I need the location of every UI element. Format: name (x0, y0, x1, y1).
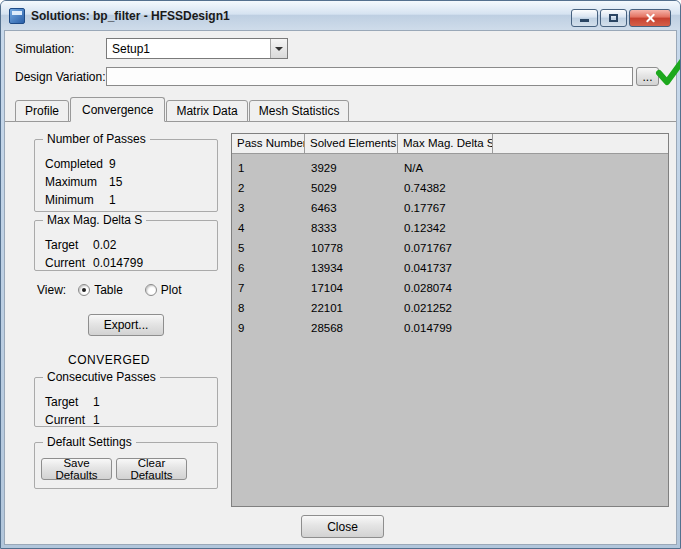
view-label: View: (37, 283, 66, 297)
table-row: 4 8333 0.12342 (232, 218, 668, 238)
cell-solved-elements: 22101 (305, 302, 398, 314)
stat-label: Maximum (45, 175, 109, 189)
cell-pass-number: 7 (232, 282, 305, 294)
column-header-pass-number[interactable]: Pass Number (232, 134, 305, 153)
group-title: Number of Passes (43, 132, 150, 146)
table-body: 1 3929 N/A 2 5029 0.74382 3 6463 0.17767… (232, 154, 668, 338)
cell-pass-number: 2 (232, 182, 305, 194)
combobox-dropdown-button[interactable] (270, 39, 287, 58)
simulation-value: Setup1 (107, 42, 270, 56)
table-header: Pass Number Solved Elements Max Mag. Del… (232, 134, 668, 154)
stat-value: 0.02 (93, 238, 116, 252)
table-row: 6 13934 0.041737 (232, 258, 668, 278)
maximize-icon (609, 14, 618, 22)
radio-plot[interactable] (145, 284, 157, 296)
minimize-icon (580, 19, 589, 22)
view-selector: View: Table Plot (37, 283, 204, 297)
cell-pass-number: 1 (232, 162, 305, 174)
group-title: Default Settings (43, 435, 136, 449)
design-variation-label: Design Variation: (15, 70, 106, 84)
stat-value: 0.014799 (93, 256, 143, 270)
cell-solved-elements: 17104 (305, 282, 398, 294)
tab-convergence[interactable]: Convergence (70, 97, 165, 122)
close-window-button[interactable] (629, 9, 671, 27)
radio-plot-label[interactable]: Plot (161, 283, 182, 297)
cell-pass-number: 3 (232, 202, 305, 214)
cell-max-mag-delta-s: 0.021252 (398, 302, 493, 314)
column-header-max-mag-delta-s[interactable]: Max Mag. Delta S (398, 134, 493, 153)
stat-row: Target 0.02 (35, 236, 217, 254)
window-controls (571, 9, 671, 27)
consecutive-passes-group: Consecutive Passes Target 1 Current 1 (34, 377, 218, 427)
cell-max-mag-delta-s: 0.17767 (398, 202, 493, 214)
table-row: 2 5029 0.74382 (232, 178, 668, 198)
stat-value: 9 (109, 157, 116, 171)
app-icon[interactable] (9, 8, 25, 24)
convergence-status: CONVERGED (34, 353, 184, 367)
dialog-body: Simulation: Setup1 Design Variation: ...… (4, 30, 677, 545)
stat-label: Current (45, 413, 93, 427)
export-button[interactable]: Export... (88, 314, 164, 336)
tab-profile[interactable]: Profile (15, 100, 69, 122)
cell-solved-elements: 13934 (305, 262, 398, 274)
max-mag-delta-s-group: Max Mag. Delta S Target 0.02 Current 0.0… (34, 220, 218, 271)
cell-solved-elements: 10778 (305, 242, 398, 254)
simulation-combobox[interactable]: Setup1 (106, 38, 288, 59)
table-row: 5 10778 0.071767 (232, 238, 668, 258)
cell-pass-number: 9 (232, 322, 305, 334)
stat-row: Current 1 (35, 411, 217, 429)
stat-label: Current (45, 256, 93, 270)
solutions-window: Solutions: bp_filter - HFSSDesign1 Simul… (0, 0, 681, 549)
radio-table-label[interactable]: Table (94, 283, 123, 297)
group-title: Consecutive Passes (43, 370, 160, 384)
cell-solved-elements: 6463 (305, 202, 398, 214)
stat-row: Maximum 15 (35, 173, 217, 191)
tab-matrix-data[interactable]: Matrix Data (166, 100, 247, 122)
tab-mesh-statistics[interactable]: Mesh Statistics (249, 100, 350, 122)
simulation-label: Simulation: (15, 42, 74, 56)
stat-label: Minimum (45, 193, 109, 207)
table-row: 8 22101 0.021252 (232, 298, 668, 318)
stat-value: 1 (109, 193, 116, 207)
stat-row: Minimum 1 (35, 191, 217, 209)
cell-solved-elements: 8333 (305, 222, 398, 234)
stat-row: Current 0.014799 (35, 254, 217, 272)
close-button[interactable]: Close (301, 515, 384, 538)
group-title: Max Mag. Delta S (43, 213, 146, 227)
stat-value: 1 (93, 395, 100, 409)
cell-solved-elements: 28568 (305, 322, 398, 334)
table-row: 9 28568 0.014799 (232, 318, 668, 338)
maximize-button[interactable] (600, 9, 627, 27)
column-header-empty (493, 134, 668, 153)
convergence-table: Pass Number Solved Elements Max Mag. Del… (231, 133, 669, 507)
stat-value: 1 (93, 413, 100, 427)
radio-table[interactable] (78, 284, 90, 296)
stat-row: Target 1 (35, 393, 217, 411)
number-of-passes-group: Number of Passes Completed 9 Maximum 15 … (34, 139, 218, 212)
cell-pass-number: 8 (232, 302, 305, 314)
cell-max-mag-delta-s: 0.028074 (398, 282, 493, 294)
cell-max-mag-delta-s: 0.74382 (398, 182, 493, 194)
close-icon (645, 13, 656, 24)
chevron-down-icon (275, 47, 283, 51)
cell-pass-number: 6 (232, 262, 305, 274)
table-row: 7 17104 0.028074 (232, 278, 668, 298)
stat-value: 15 (109, 175, 122, 189)
cell-max-mag-delta-s: 0.014799 (398, 322, 493, 334)
table-row: 3 6463 0.17767 (232, 198, 668, 218)
cell-pass-number: 4 (232, 222, 305, 234)
cell-solved-elements: 5029 (305, 182, 398, 194)
design-variation-field[interactable] (106, 67, 633, 86)
stat-row: Completed 9 (35, 155, 217, 173)
titlebar[interactable]: Solutions: bp_filter - HFSSDesign1 (1, 1, 680, 30)
cell-max-mag-delta-s: 0.12342 (398, 222, 493, 234)
save-defaults-button[interactable]: Save Defaults (41, 458, 112, 480)
table-row: 1 3929 N/A (232, 158, 668, 178)
clear-defaults-button[interactable]: Clear Defaults (116, 458, 187, 480)
tab-strip: Profile Convergence Matrix Data Mesh Sta… (5, 98, 676, 122)
cell-max-mag-delta-s: N/A (398, 162, 493, 174)
cell-solved-elements: 3929 (305, 162, 398, 174)
column-header-solved-elements[interactable]: Solved Elements (305, 134, 398, 153)
minimize-button[interactable] (571, 9, 598, 27)
stat-label: Target (45, 395, 93, 409)
